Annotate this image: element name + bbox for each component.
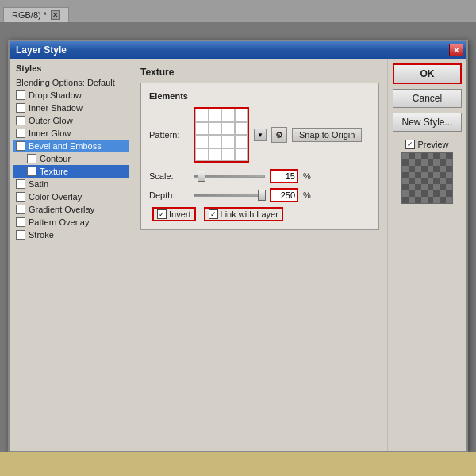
sidebar-item-blending[interactable]: Blending Options: Default — [13, 76, 129, 89]
tab-label: RGB/8) * — [12, 10, 47, 20]
snap-to-origin-button[interactable]: Snap to Origin — [292, 128, 362, 142]
preview-cell — [428, 159, 434, 166]
preview-cell — [428, 172, 434, 178]
preview-section: ✓ Preview — [393, 140, 462, 204]
preview-cell — [409, 159, 415, 166]
invert-checkbox-group[interactable]: ✓ Invert — [152, 207, 196, 221]
preview-cell — [402, 172, 409, 178]
stroke-label: Stroke — [29, 230, 54, 240]
link-layer-label: Link with Layer — [221, 209, 278, 219]
contour-checkbox[interactable] — [27, 154, 36, 163]
preview-cell — [415, 178, 421, 185]
sidebar-item-satin[interactable]: Satin — [13, 178, 129, 190]
bottom-bar — [0, 452, 476, 476]
bevel-emboss-label: Bevel and Emboss — [29, 141, 102, 151]
invert-checkbox[interactable]: ✓ — [157, 209, 167, 219]
preview-cell — [446, 153, 452, 159]
pattern-overlay-checkbox[interactable] — [16, 217, 25, 227]
grid-cell — [235, 135, 248, 148]
preview-cell — [433, 166, 440, 172]
preview-cell — [409, 197, 415, 203]
sidebar-item-stroke[interactable]: Stroke — [13, 228, 129, 241]
preview-cell — [433, 190, 440, 197]
new-style-button[interactable]: New Style... — [393, 113, 462, 132]
preview-cell — [415, 172, 421, 178]
sidebar-item-inner-shadow[interactable]: Inner Shadow — [13, 102, 129, 114]
inner-shadow-label: Inner Shadow — [29, 103, 83, 113]
scale-value: 15 — [286, 171, 295, 181]
color-overlay-checkbox[interactable] — [16, 192, 25, 202]
preview-cell — [402, 178, 409, 185]
texture-checkbox[interactable] — [27, 167, 36, 176]
tab-close-button[interactable]: ✕ — [51, 10, 60, 20]
pattern-dropdown-button[interactable]: ▼ — [254, 129, 267, 141]
preview-cell — [421, 166, 428, 172]
inner-glow-label: Inner Glow — [29, 129, 71, 138]
bevel-emboss-checkbox[interactable] — [16, 141, 25, 151]
grid-cell — [209, 135, 222, 148]
link-layer-checkbox[interactable]: ✓ — [209, 209, 218, 219]
document-tab[interactable]: RGB/8) * ✕ — [3, 7, 69, 22]
depth-value: 250 — [281, 190, 295, 200]
preview-cell — [440, 197, 446, 203]
sidebar-item-bevel-emboss[interactable]: Bevel and Emboss — [13, 140, 129, 152]
preview-cell — [428, 190, 434, 197]
inner-shadow-checkbox[interactable] — [16, 103, 25, 113]
preview-cell — [415, 159, 421, 166]
ok-button[interactable]: OK — [393, 63, 462, 84]
scale-slider-thumb[interactable] — [198, 171, 205, 182]
satin-checkbox[interactable] — [16, 179, 25, 189]
sidebar-item-contour[interactable]: Contour — [13, 152, 129, 165]
sidebar-item-drop-shadow[interactable]: Drop Shadow — [13, 89, 129, 102]
depth-label: Depth: — [149, 190, 189, 200]
preview-cell — [421, 178, 428, 185]
preview-cell — [409, 184, 415, 190]
checkbox-row: ✓ Invert ✓ Link with Layer — [149, 207, 370, 221]
pattern-label: Pattern: — [149, 130, 189, 140]
preview-checkbox[interactable]: ✓ — [405, 140, 415, 149]
preview-cell — [421, 172, 428, 178]
preview-cell — [409, 178, 415, 185]
inner-glow-checkbox[interactable] — [16, 129, 25, 138]
dialog-close-button[interactable]: ✕ — [449, 44, 463, 56]
grid-cell — [235, 122, 248, 136]
preview-cell — [421, 159, 428, 166]
preview-cell — [421, 190, 428, 197]
grid-cell — [235, 148, 248, 162]
drop-shadow-checkbox[interactable] — [16, 90, 25, 100]
styles-panel-header: Styles — [13, 62, 129, 75]
scale-slider[interactable] — [194, 175, 265, 178]
depth-slider-thumb[interactable] — [258, 190, 266, 201]
elements-label: Elements — [149, 91, 370, 101]
sidebar-item-color-overlay[interactable]: Color Overlay — [13, 190, 129, 203]
depth-value-box[interactable]: 250 — [270, 188, 298, 202]
cancel-button[interactable]: Cancel — [393, 89, 462, 108]
pattern-options-button[interactable]: ⚙ — [271, 127, 287, 143]
sidebar-item-texture[interactable]: Texture — [13, 165, 129, 178]
grid-cell — [221, 109, 235, 122]
depth-slider[interactable] — [194, 194, 265, 197]
pattern-preview[interactable] — [194, 107, 249, 163]
stroke-checkbox[interactable] — [16, 230, 25, 240]
preview-cell — [446, 197, 452, 203]
contour-label: Contour — [40, 154, 71, 163]
grid-cell — [195, 122, 209, 136]
link-layer-checkbox-group[interactable]: ✓ Link with Layer — [204, 207, 283, 221]
preview-cell — [415, 184, 421, 190]
preview-cell — [440, 166, 446, 172]
preview-cell — [402, 190, 409, 197]
preview-cell — [415, 190, 421, 197]
sidebar-item-outer-glow[interactable]: Outer Glow — [13, 114, 129, 127]
sidebar-item-pattern-overlay[interactable]: Pattern Overlay — [13, 216, 129, 228]
gradient-overlay-checkbox[interactable] — [16, 205, 25, 214]
sidebar-item-inner-glow[interactable]: Inner Glow — [13, 127, 129, 140]
preview-cell — [409, 166, 415, 172]
preview-cell — [440, 159, 446, 166]
preview-cell — [409, 190, 415, 197]
sidebar-item-gradient-overlay[interactable]: Gradient Overlay — [13, 203, 129, 216]
scale-label: Scale: — [149, 171, 189, 181]
preview-label-text: Preview — [417, 140, 448, 149]
scale-value-box[interactable]: 15 — [270, 169, 298, 183]
outer-glow-checkbox[interactable] — [16, 116, 25, 125]
preview-thumbnail — [401, 152, 453, 204]
